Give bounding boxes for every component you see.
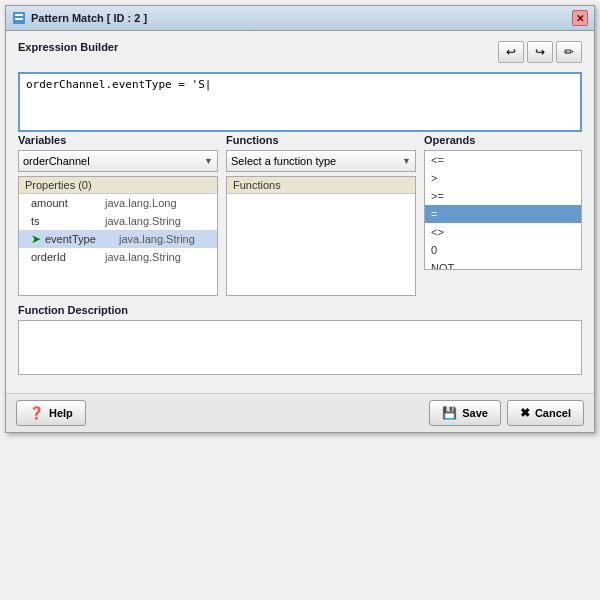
functions-dropdown-value: Select a function type (231, 155, 336, 167)
expression-builder-label: Expression Builder (18, 41, 118, 53)
dialog-body: Expression Builder ↩ ↪ ✏ orderChannel.ev… (6, 31, 594, 393)
function-item-empty (227, 266, 415, 284)
item-name: orderId (31, 251, 101, 263)
function-item-empty (227, 248, 415, 266)
item-name: eventType (45, 233, 115, 245)
list-item[interactable]: ts java.lang.String (19, 212, 217, 230)
dialog-window: Pattern Match [ ID : 2 ] ✕ Expression Bu… (5, 5, 595, 433)
help-icon: ❓ (29, 406, 44, 420)
functions-list: Functions (226, 176, 416, 296)
functions-list-header: Functions (227, 177, 415, 194)
expression-toolbar: ↩ ↪ ✏ (498, 41, 582, 63)
undo-button[interactable]: ↩ (498, 41, 524, 63)
redo-button[interactable]: ↪ (527, 41, 553, 63)
function-item-empty (227, 230, 415, 248)
three-column-section: Variables orderChannel ▼ Properties (0) … (18, 134, 582, 296)
svg-rect-1 (15, 14, 23, 16)
save-label: Save (462, 407, 488, 419)
operand-item[interactable]: <> (425, 223, 581, 241)
footer-right-buttons: 💾 Save ✖ Cancel (429, 400, 584, 426)
variables-column: Variables orderChannel ▼ Properties (0) … (18, 134, 218, 296)
item-type: java.lang.String (105, 215, 181, 227)
variables-dropdown-arrow: ▼ (204, 156, 213, 166)
operands-list: <= > >= = <> 0 NOT AND (424, 150, 582, 270)
variables-list: Properties (0) amount java.lang.Long ts … (18, 176, 218, 296)
function-item-empty (227, 194, 415, 212)
function-description-box (18, 320, 582, 375)
function-item-empty (227, 212, 415, 230)
operand-item[interactable]: <= (425, 151, 581, 169)
clear-button[interactable]: ✏ (556, 41, 582, 63)
functions-column: Functions Select a function type ▼ Funct… (226, 134, 416, 296)
list-item[interactable]: orderId java.lang.String (19, 248, 217, 266)
operands-label: Operands (424, 134, 582, 146)
dialog-footer: ❓ Help 💾 Save ✖ Cancel (6, 393, 594, 432)
close-button[interactable]: ✕ (572, 10, 588, 26)
list-item-selected[interactable]: ➤ eventType java.lang.String (19, 230, 217, 248)
function-description-section: Function Description (18, 304, 582, 375)
expression-header: Expression Builder ↩ ↪ ✏ (18, 41, 582, 68)
function-description-label: Function Description (18, 304, 582, 316)
functions-dropdown-arrow: ▼ (402, 156, 411, 166)
expression-input[interactable]: orderChannel.eventType = 'S| (18, 72, 582, 132)
cancel-icon: ✖ (520, 406, 530, 420)
item-type: java.lang.Long (105, 197, 177, 209)
item-type: java.lang.String (119, 233, 195, 245)
save-button[interactable]: 💾 Save (429, 400, 501, 426)
cancel-label: Cancel (535, 407, 571, 419)
item-type: java.lang.String (105, 251, 181, 263)
variables-dropdown-value: orderChannel (23, 155, 90, 167)
item-name: ts (31, 215, 101, 227)
operand-item[interactable]: NOT (425, 259, 581, 270)
item-name: amount (31, 197, 101, 209)
list-item[interactable]: amount java.lang.Long (19, 194, 217, 212)
operand-item-selected[interactable]: = (425, 205, 581, 223)
functions-dropdown[interactable]: Select a function type ▼ (226, 150, 416, 172)
variables-dropdown[interactable]: orderChannel ▼ (18, 150, 218, 172)
variables-label: Variables (18, 134, 218, 146)
list-item-empty (19, 266, 217, 284)
operand-item[interactable]: > (425, 169, 581, 187)
help-label: Help (49, 407, 73, 419)
help-button[interactable]: ❓ Help (16, 400, 86, 426)
selected-item-icon: ➤ (31, 232, 41, 246)
save-icon: 💾 (442, 406, 457, 420)
cancel-button[interactable]: ✖ Cancel (507, 400, 584, 426)
title-bar-left: Pattern Match [ ID : 2 ] (12, 11, 147, 25)
operand-item[interactable]: 0 (425, 241, 581, 259)
dialog-title: Pattern Match [ ID : 2 ] (31, 12, 147, 24)
properties-header: Properties (0) (19, 177, 217, 194)
dialog-icon (12, 11, 26, 25)
svg-rect-2 (15, 18, 23, 20)
operands-container: <= > >= = <> 0 NOT AND (424, 150, 582, 270)
title-bar: Pattern Match [ ID : 2 ] ✕ (6, 6, 594, 31)
functions-label: Functions (226, 134, 416, 146)
operand-item[interactable]: >= (425, 187, 581, 205)
operands-column: Operands <= > >= = <> 0 NOT AND (424, 134, 582, 296)
expression-builder-section: Expression Builder ↩ ↪ ✏ orderChannel.ev… (18, 41, 582, 134)
list-item-empty (19, 284, 217, 296)
